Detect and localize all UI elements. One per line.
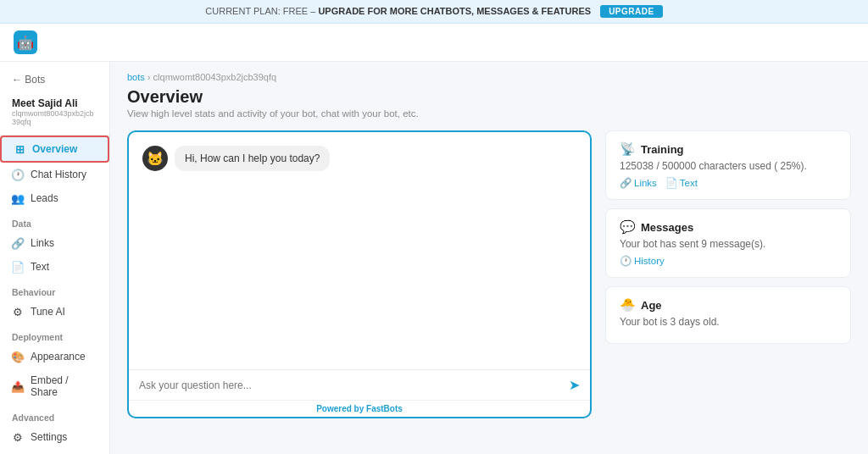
messages-history-icon: 🕐 — [620, 255, 632, 267]
training-icon: 📡 — [620, 141, 636, 157]
sidebar-item-tune-ai[interactable]: ⚙ Tune AI — [0, 300, 109, 324]
sidebar-item-appearance[interactable]: 🎨 Appearance — [0, 345, 109, 368]
sidebar-overview-label: Overview — [32, 143, 77, 155]
messages-links: 🕐 History — [620, 255, 837, 267]
age-title-label: Age — [641, 299, 662, 312]
messages-card: 💬 Messages Your bot has sent 9 message(s… — [605, 208, 851, 278]
age-card-title: 🐣 Age — [620, 297, 837, 313]
sidebar-item-links[interactable]: 🔗 Links — [0, 231, 109, 255]
header-bar: 🤖 — [0, 24, 868, 62]
page-title: Overview — [127, 87, 851, 107]
chat-powered-by: Powered by FastBots — [129, 400, 590, 417]
powered-by-brand: FastBots — [366, 404, 403, 413]
bot-avatar-emoji: 🐱 — [147, 151, 164, 167]
powered-by-prefix: Powered by — [316, 404, 366, 413]
training-links: 🔗 Links 📄 Text — [620, 177, 837, 189]
chat-messages: 🐱 Hi, How can I help you today? — [129, 132, 590, 369]
breadcrumb-bot-id: clqmwomt80043pxb2jcb39qfq — [153, 72, 277, 82]
banner-text-highlight: UPGRADE FOR MORE CHATBOTS, MESSAGES & FE… — [318, 6, 591, 16]
section-label-advanced: Advanced — [0, 404, 109, 425]
sidebar-item-settings[interactable]: ⚙ Settings — [0, 425, 109, 449]
sidebar-item-overview[interactable]: ⊞ Overview — [0, 136, 109, 163]
sidebar-text-label: Text — [31, 261, 49, 273]
bot-avatar: 🐱 — [142, 146, 168, 171]
links-icon: 🔗 — [12, 237, 24, 249]
settings-icon: ⚙ — [12, 431, 24, 443]
training-card: 📡 Training 125038 / 500000 characters us… — [605, 130, 851, 200]
age-stat: Your bot is 3 days old. — [620, 316, 837, 328]
embed-share-icon: 📤 — [12, 380, 24, 392]
app-logo: 🤖 — [14, 30, 37, 54]
sidebar-appearance-label: Appearance — [31, 351, 86, 363]
sidebar-user-name: Meet Sajid Ali — [12, 97, 97, 109]
breadcrumb: bots › clqmwomt80043pxb2jcb39qfq — [127, 72, 851, 82]
sidebar-chat-history-label: Chat History — [31, 169, 86, 180]
training-title-label: Training — [641, 143, 684, 156]
sidebar-item-text[interactable]: 📄 Text — [0, 255, 109, 279]
breadcrumb-bots[interactable]: bots — [127, 72, 145, 82]
tune-ai-icon: ⚙ — [12, 306, 24, 318]
training-links-link[interactable]: 🔗 Links — [620, 177, 657, 189]
text-icon: 📄 — [12, 261, 24, 273]
section-label-deployment: Deployment — [0, 324, 109, 345]
messages-icon: 💬 — [620, 219, 636, 235]
back-label: ← Bots — [12, 74, 45, 86]
overview-icon: ⊞ — [14, 143, 25, 155]
appearance-icon: 🎨 — [12, 351, 24, 363]
sidebar: ← Bots Meet Sajid Ali clqmwomt80043pxb2j… — [0, 62, 110, 454]
sidebar-settings-label: Settings — [31, 431, 67, 443]
chat-bubble: Hi, How can I help you today? — [175, 146, 330, 171]
banner-text-prefix: CURRENT PLAN: FREE – — [205, 6, 315, 16]
training-link-icon: 🔗 — [620, 177, 632, 189]
sidebar-embed-share-label: Embed / Share — [31, 374, 97, 398]
section-label-behaviour: Behaviour — [0, 279, 109, 300]
sidebar-item-embed-share[interactable]: 📤 Embed / Share — [0, 368, 109, 404]
training-card-title: 📡 Training — [620, 141, 837, 157]
chat-send-button[interactable]: ➤ — [569, 377, 580, 393]
chat-history-icon: 🕐 — [12, 169, 24, 180]
chat-message-row: 🐱 Hi, How can I help you today? — [142, 146, 576, 171]
section-label-data: Data — [0, 210, 109, 231]
messages-history-link[interactable]: 🕐 History — [620, 255, 665, 267]
sidebar-item-leads[interactable]: 👥 Leads — [0, 186, 109, 210]
top-banner: CURRENT PLAN: FREE – UPGRADE FOR MORE CH… — [0, 0, 868, 24]
back-to-bots[interactable]: ← Bots — [0, 70, 109, 92]
age-card: 🐣 Age Your bot is 3 days old. — [605, 286, 851, 344]
sidebar-user-id: clqmwomt80043pxb2jcb39qfq — [12, 109, 97, 126]
upgrade-button[interactable]: UPGRADE — [600, 5, 663, 18]
sidebar-user-info: Meet Sajid Ali clqmwomt80043pxb2jcb39qfq — [0, 92, 109, 136]
sidebar-tune-ai-label: Tune AI — [31, 306, 65, 318]
messages-title-label: Messages — [641, 221, 693, 234]
chat-input[interactable] — [139, 379, 562, 391]
training-text-icon: 📄 — [665, 177, 677, 189]
sidebar-links-label: Links — [31, 237, 54, 249]
age-icon: 🐣 — [620, 297, 636, 313]
chat-input-area: ➤ — [129, 369, 590, 400]
sidebar-item-chat-history[interactable]: 🕐 Chat History — [0, 163, 109, 186]
page-subtitle: View high level stats and activity of yo… — [127, 108, 851, 119]
messages-card-title: 💬 Messages — [620, 219, 837, 235]
main-grid: 🐱 Hi, How can I help you today? ➤ Powere… — [127, 130, 851, 418]
leads-icon: 👥 — [12, 192, 24, 204]
main-content: bots › clqmwomt80043pxb2jcb39qfq Overvie… — [110, 62, 868, 454]
right-cards: 📡 Training 125038 / 500000 characters us… — [605, 130, 851, 418]
messages-stat: Your bot has sent 9 message(s). — [620, 238, 837, 250]
training-text-link[interactable]: 📄 Text — [665, 177, 698, 189]
chat-widget: 🐱 Hi, How can I help you today? ➤ Powere… — [127, 130, 592, 418]
sidebar-leads-label: Leads — [31, 192, 58, 204]
logo-icon: 🤖 — [17, 35, 34, 51]
training-stat: 125038 / 500000 characters used ( 25%). — [620, 160, 837, 172]
